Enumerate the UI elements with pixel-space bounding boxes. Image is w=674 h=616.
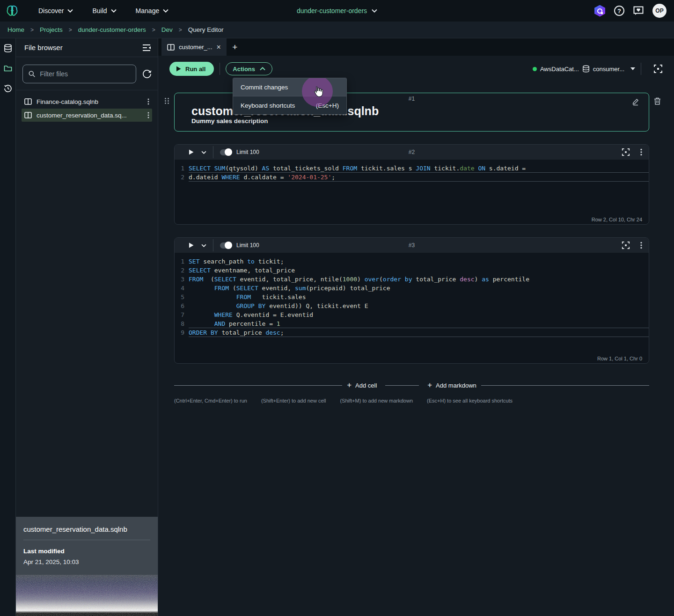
- history-icon[interactable]: [4, 84, 12, 93]
- code-line[interactable]: 9ORDER BY total_price desc;: [175, 328, 649, 337]
- file-item-finance-catalog[interactable]: Finance-catalog.sqlnb: [22, 95, 152, 108]
- code-line[interactable]: 2d.dateid WHERE d.caldate = '2024-01-25'…: [175, 173, 649, 182]
- run-all-button[interactable]: Run all: [169, 62, 214, 76]
- nav-menu-discover[interactable]: Discover: [38, 7, 73, 15]
- breadcrumb-projects[interactable]: Projects: [40, 26, 63, 33]
- new-tab-button[interactable]: +: [227, 38, 243, 56]
- file-item-customer-reservation-data[interactable]: customer_reservation_data.sq...: [22, 109, 152, 122]
- catalog-name: AwsDataCat...: [540, 66, 579, 73]
- cell-kebab-menu-icon[interactable]: [640, 242, 642, 249]
- line-number: 9: [175, 328, 189, 337]
- caret-down-icon: [630, 67, 635, 70]
- add-cell-label: Add cell: [355, 382, 377, 389]
- nav-menu-manage[interactable]: Manage: [136, 7, 169, 15]
- line-number: 3: [175, 275, 189, 284]
- file-list: Finance-catalog.sqlnb customer_reservati…: [16, 90, 158, 517]
- file-browser-icon[interactable]: [4, 64, 12, 73]
- amazon-q-icon[interactable]: [594, 5, 605, 17]
- kebab-menu-icon[interactable]: [147, 112, 149, 118]
- close-tab-icon[interactable]: ×: [217, 44, 221, 51]
- toolbar-divider: [220, 63, 220, 75]
- notebook-icon: [24, 112, 32, 118]
- breadcrumb-project-name[interactable]: dunder-customer-orders: [78, 26, 146, 33]
- connection-status-dot: [533, 67, 537, 71]
- drag-handle[interactable]: [165, 98, 169, 104]
- run-all-label: Run all: [185, 66, 205, 73]
- actions-button[interactable]: Actions: [226, 62, 272, 75]
- code-line[interactable]: 1SELECT SUM(qtysold) AS total_tickets_so…: [175, 164, 649, 173]
- code-line[interactable]: 5 FROM tickit.sales: [175, 293, 649, 301]
- hint-add-markdown: (Shift+M) to add new markdown: [340, 398, 413, 403]
- menu-item-label: Keyboard shortcuts: [241, 102, 295, 109]
- run-cell-play-icon[interactable]: [189, 149, 194, 155]
- cell-kebab-menu-icon[interactable]: [640, 148, 642, 156]
- kebab-menu-icon[interactable]: [147, 98, 149, 105]
- sql-editor[interactable]: 1SET search_path to tickit;2SELECT event…: [175, 253, 649, 355]
- run-options-chevron-icon[interactable]: [201, 151, 206, 154]
- cell-number: #2: [409, 149, 415, 155]
- tab-title: customer_...: [179, 44, 212, 51]
- expand-cell-icon[interactable]: [622, 241, 630, 249]
- code-line[interactable]: 1SET search_path to tickit;: [175, 257, 649, 266]
- line-number: 5: [175, 293, 189, 301]
- file-browser-title: File browser: [24, 44, 63, 51]
- fullscreen-icon[interactable]: [653, 64, 663, 73]
- breadcrumb-home[interactable]: Home: [7, 26, 24, 33]
- notebook-icon: [167, 44, 175, 51]
- breadcrumb-current-page: Query Editor: [188, 26, 224, 33]
- run-options-chevron-icon[interactable]: [201, 244, 206, 247]
- tab-customer-notebook[interactable]: customer_... ×: [161, 38, 227, 56]
- refresh-icon[interactable]: [142, 69, 152, 79]
- add-markdown-button[interactable]: + Add markdown: [423, 381, 481, 390]
- cell-number: #1: [409, 95, 415, 102]
- run-cell-play-icon[interactable]: [189, 242, 194, 248]
- line-number: 8: [175, 319, 189, 328]
- code-line[interactable]: 2SELECT eventname, total_price: [175, 266, 649, 275]
- code-line[interactable]: 4 FROM (SELECT eventid, sum(pricepaid) t…: [175, 284, 649, 293]
- filter-files-box[interactable]: [22, 65, 136, 83]
- app-logo-icon[interactable]: [5, 4, 19, 18]
- sql-editor[interactable]: 1SELECT SUM(qtysold) AS total_tickets_so…: [175, 160, 649, 216]
- line-number: 1: [175, 164, 189, 173]
- menu-item-commit-changes[interactable]: Commit changes: [233, 78, 346, 96]
- code-line[interactable]: 6 GROUP BY eventid)) Q, tickit.event E: [175, 301, 649, 310]
- limit-toggle[interactable]: [220, 242, 232, 249]
- sql-cell-2[interactable]: Limit 100 #2 1SELECT SUM(qtysold) AS tot…: [174, 144, 649, 225]
- help-icon[interactable]: ?: [614, 6, 624, 16]
- breadcrumb-dev[interactable]: Dev: [161, 26, 173, 33]
- tooltip-last-modified-label: Last modified: [23, 548, 150, 555]
- edit-pencil-icon[interactable]: [631, 97, 640, 106]
- avatar-initials: OP: [655, 7, 663, 14]
- sql-cell-3[interactable]: Limit 100 #3 1SET search_path to tickit;…: [174, 237, 649, 364]
- add-cell-button[interactable]: + Add cell: [342, 381, 381, 390]
- breadcrumb-separator: >: [179, 27, 182, 33]
- user-avatar[interactable]: OP: [652, 4, 667, 18]
- cursor-position-status: Row 2, Col 10, Chr 24: [175, 216, 649, 224]
- collapse-panel-icon[interactable]: [142, 44, 151, 51]
- limit-toggle[interactable]: [220, 149, 232, 155]
- actions-label: Actions: [233, 66, 255, 73]
- cell-toolbar-divider: [213, 239, 213, 251]
- file-name: customer_reservation_data.sq...: [37, 112, 143, 119]
- hint-add-cell: (Shift+Enter) to add new cell: [261, 398, 326, 403]
- code-line[interactable]: 7 WHERE Q.eventid = E.eventid: [175, 310, 649, 319]
- nav-menu-build[interactable]: Build: [92, 7, 116, 15]
- hint-shortcuts: (Esc+H) to see all keyboard shortcuts: [427, 398, 513, 403]
- line-number: 4: [175, 284, 189, 293]
- expand-cell-icon[interactable]: [622, 148, 630, 156]
- menu-item-keyboard-shortcuts[interactable]: Keyboard shortcuts (Esc+H): [233, 96, 346, 114]
- data-catalog-icon[interactable]: [4, 44, 12, 52]
- search-icon: [29, 70, 35, 78]
- left-icon-rail: [0, 38, 15, 616]
- code-line[interactable]: 3FROM (SELECT eventid, total_price, ntil…: [175, 275, 649, 284]
- connection-selector[interactable]: AwsDataCat... consumer...: [533, 65, 635, 73]
- notebook-cells: #1 customer_reservation_data.sqlnb Dummy…: [174, 93, 649, 403]
- keyboard-hints: (Cntrl+Enter, Cmd+Enter) to run (Shift+E…: [174, 398, 649, 403]
- plus-icon: +: [427, 381, 432, 390]
- delete-cell-trash-icon[interactable]: [653, 97, 661, 105]
- project-selector[interactable]: dunder-customer-orders: [297, 7, 377, 15]
- feedback-icon[interactable]: [633, 6, 644, 15]
- toolbar-divider: [641, 63, 641, 75]
- filter-files-input[interactable]: [40, 70, 130, 78]
- code-line[interactable]: 8 AND percentile = 1: [175, 319, 649, 328]
